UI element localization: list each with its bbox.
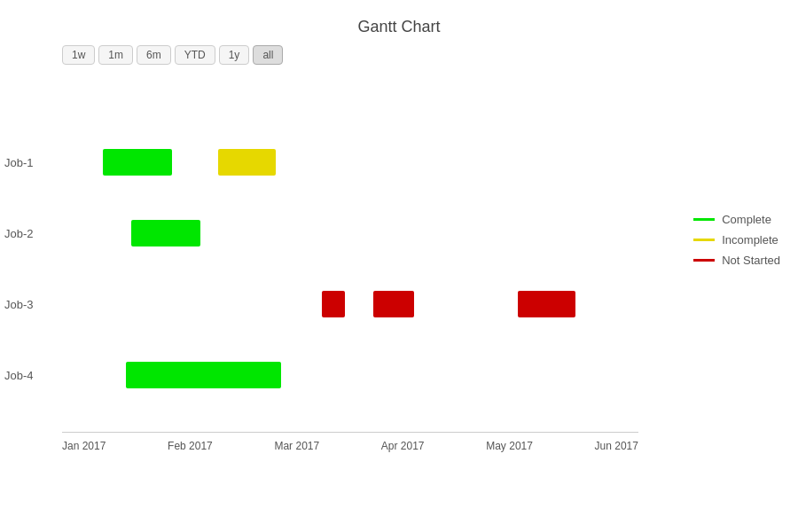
job4-label: Job-4 (4, 369, 34, 382)
x-axis: Jan 2017 Feb 2017 Mar 2017 Apr 2017 May … (62, 432, 638, 452)
x-label-mar: Mar 2017 (274, 440, 319, 452)
legend-not-started-label: Not Started (722, 254, 780, 267)
job3-bar-ns2 (373, 291, 414, 317)
time-filter-bar: 1w 1m 6m YTD 1y all (0, 45, 798, 65)
x-label-may: May 2017 (486, 440, 533, 452)
x-label-jun: Jun 2017 (595, 440, 638, 452)
filter-6m[interactable]: 6m (137, 45, 171, 65)
filter-all[interactable]: all (253, 45, 283, 65)
job1-label: Job-1 (4, 156, 34, 169)
legend-complete-line (693, 218, 715, 221)
gantt-chart-area: Job-1 Job-2 Job-3 Job-4 (62, 91, 638, 428)
job1-bar-incomplete (218, 149, 276, 176)
filter-1y[interactable]: 1y (219, 45, 250, 65)
job1-bar-complete (103, 149, 172, 176)
legend-incomplete-line (693, 239, 715, 241)
job2-label: Job-2 (4, 227, 34, 240)
x-label-feb: Feb 2017 (168, 440, 213, 452)
legend-incomplete: Incomplete (693, 233, 780, 246)
filter-1m[interactable]: 1m (98, 45, 133, 65)
chart-legend: Complete Incomplete Not Started (693, 213, 780, 274)
job3-bar-ns1 (322, 291, 345, 317)
filter-1w[interactable]: 1w (62, 45, 95, 65)
filter-ytd[interactable]: YTD (175, 45, 215, 65)
x-label-jan: Jan 2017 (62, 440, 106, 452)
legend-complete-label: Complete (722, 213, 771, 226)
job3-bar-ns3 (518, 291, 575, 317)
legend-complete: Complete (693, 213, 780, 226)
x-label-apr: Apr 2017 (381, 440, 425, 452)
legend-not-started: Not Started (693, 254, 780, 267)
job4-bar-complete (126, 362, 282, 388)
chart-title: Gantt Chart (0, 0, 798, 36)
job2-bar-complete (131, 220, 200, 246)
legend-incomplete-label: Incomplete (722, 233, 778, 246)
job3-label: Job-3 (4, 298, 34, 311)
legend-not-started-line (693, 259, 715, 262)
